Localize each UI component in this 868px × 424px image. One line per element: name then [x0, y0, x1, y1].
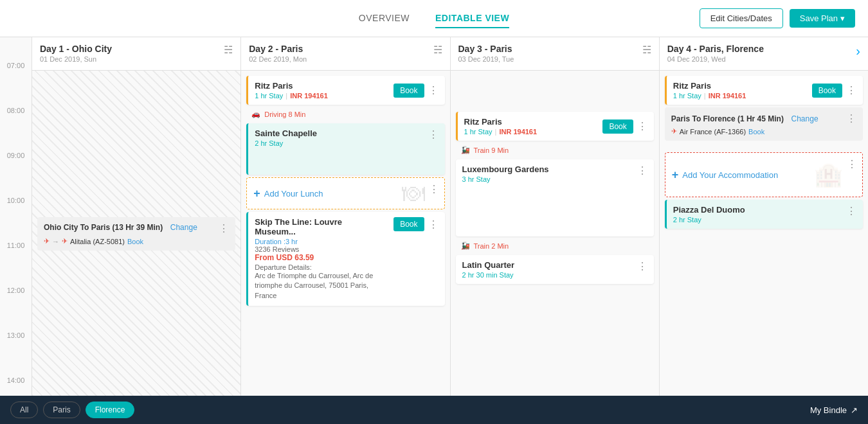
travel-dots-icon[interactable]: ⋮	[219, 222, 229, 234]
time-slot: 09:00	[0, 149, 32, 194]
ritz-title-d2: Ritz Paris	[255, 81, 328, 91]
flight-dots-icon[interactable]: ⋮	[846, 112, 856, 125]
latin-stay: 2 hr 30 min Stay	[462, 271, 515, 279]
louvre-dots-icon[interactable]: ⋮	[428, 218, 439, 231]
add-lunch-dots-icon[interactable]: ⋮	[429, 183, 439, 195]
paris-florence-card: Paris To Florence (1 Hr 45 Min) Change ⋮…	[665, 107, 863, 141]
filter-paris-button[interactable]: Paris	[43, 402, 80, 418]
sainte-title: Sainte Chapelle	[255, 128, 317, 138]
piazza-stay: 2 hr Stay	[673, 216, 745, 224]
piazza-card: Piazza Del Duomo 2 hr Stay ⋮	[665, 200, 863, 229]
piazza-dots-icon[interactable]: ⋮	[846, 205, 856, 217]
filter-florence-button[interactable]: Florence	[86, 402, 135, 418]
louvre-reviews: 3236 Reviews	[255, 245, 380, 253]
louvre-duration: Duration :3 hr	[255, 238, 380, 245]
add-accommodation-card[interactable]: + Add Your Accommodation 🏨 ⋮	[665, 152, 863, 197]
city-filters: All Paris Florence	[10, 402, 134, 418]
sainte-stay: 2 hr Stay	[255, 139, 317, 147]
header-actions: Edit Cities/Dates Save Plan ▾	[700, 8, 855, 28]
driving-connector-d2: 🚗 Driving 8 Min	[246, 107, 444, 121]
luxembourg-dots-icon[interactable]: ⋮	[637, 164, 647, 177]
ritz-book-button-d4[interactable]: Book	[812, 84, 842, 98]
ritz-title-d4: Ritz Paris	[673, 81, 746, 91]
train-connector-d3-2: 🚂 Train 2 Min	[456, 239, 654, 252]
car-icon: 🚗	[251, 110, 260, 118]
train-connector-d3-1: 🚂 Train 9 Min	[456, 143, 654, 157]
filter-all-button[interactable]: All	[10, 402, 38, 418]
flight-detail: ✈ Air France (AF-1366) Book	[671, 127, 856, 136]
flight-plane-icon: ✈	[671, 127, 677, 136]
train-icon-1: 🚂	[461, 146, 470, 154]
louvre-title: Skip The Line: Louvre Museum...	[255, 217, 380, 236]
day-2-title: Day 2 - Paris	[249, 44, 307, 54]
day-4-date: 04 Dec 2019, Wed	[667, 55, 764, 63]
day-4-column: Day 4 - Paris, Florence 04 Dec 2019, Wed…	[660, 37, 868, 396]
time-slot: 08:00	[0, 104, 32, 149]
add-lunch-card[interactable]: + Add Your Lunch 🍽 ⋮	[246, 177, 444, 209]
time-slot: 07:00	[0, 59, 32, 104]
day-1-title: Day 1 - Ohio City	[40, 44, 112, 54]
change-link[interactable]: Change	[170, 223, 197, 232]
flight-book-link[interactable]: Book	[748, 128, 764, 136]
day-2-copy-icon[interactable]: ☵	[433, 44, 442, 56]
travel-title: Ohio City To Paris (13 Hr 39 Min)	[44, 223, 163, 232]
day-1-copy-icon[interactable]: ☵	[224, 44, 233, 56]
add-lunch-label: Add Your Lunch	[264, 189, 323, 199]
day-3-date: 03 Dec 2019, Tue	[458, 55, 514, 63]
day-1-travel-card: Ohio City To Paris (13 Hr 39 Min) Change…	[37, 217, 235, 251]
ritz-dots-icon-d4[interactable]: ⋮	[846, 84, 856, 96]
save-plan-button[interactable]: Save Plan ▾	[790, 9, 855, 28]
louvre-price: From USD 63.59	[255, 253, 380, 262]
chevron-down-icon: ▾	[840, 13, 845, 23]
edit-cities-dates-button[interactable]: Edit Cities/Dates	[700, 8, 783, 28]
flight-change-link[interactable]: Change	[791, 114, 818, 123]
sainte-dots-icon[interactable]: ⋮	[428, 128, 439, 141]
day-2-date: 02 Dec 2019, Mon	[249, 55, 307, 63]
latin-dots-icon[interactable]: ⋮	[637, 260, 647, 272]
nav-tabs: OVERVIEW EDITABLE VIEW	[359, 9, 509, 28]
latin-title: Latin Quarter	[462, 260, 515, 270]
time-slot: 12:00	[0, 284, 32, 329]
ritz-detail-d2: 1 hr Stay | INR 194161	[255, 92, 328, 100]
train-icon-2: 🚂	[461, 242, 470, 250]
louvre-book-button[interactable]: Book	[393, 217, 424, 231]
lunch-bg-icon: 🍽	[402, 180, 425, 207]
luxembourg-stay: 3 hr Stay	[462, 175, 549, 183]
day-1-column: Day 1 - Ohio City 01 Dec 2019, Sun ☵ Ohi…	[32, 37, 241, 396]
plus-accommodation-icon: +	[672, 168, 679, 182]
ritz-book-button-d2[interactable]: Book	[393, 84, 424, 98]
day-2-body: Ritz Paris 1 hr Stay | INR 194161 Book ⋮	[241, 71, 449, 396]
tab-editable-view[interactable]: EDITABLE VIEW	[435, 9, 509, 28]
latin-quarter-card: Latin Quarter 2 hr 30 min Stay ⋮	[456, 255, 654, 284]
my-bindle[interactable]: My Bindle ↗	[810, 405, 858, 415]
plane-icon: ✈	[44, 237, 50, 245]
flight-title: Paris To Florence (1 Hr 45 Min)	[671, 114, 784, 123]
day-1-body: Ohio City To Paris (13 Hr 39 Min) Change…	[32, 71, 240, 396]
external-link-icon: ↗	[851, 405, 858, 415]
ritz-dots-icon-d3[interactable]: ⋮	[637, 120, 647, 132]
day-3-header: Day 3 - Paris 03 Dec 2019, Tue ☵	[451, 37, 659, 71]
day-1-date: 01 Dec 2019, Sun	[40, 55, 112, 63]
louvre-card: Skip The Line: Louvre Museum... Duration…	[246, 212, 444, 306]
day-2-column: Day 2 - Paris 02 Dec 2019, Mon ☵ Ritz Pa…	[241, 37, 450, 396]
ritz-book-button-d3[interactable]: Book	[602, 119, 633, 134]
day-4-ritz-card: Ritz Paris 1 hr Stay | INR 194161 Book ⋮	[665, 76, 863, 105]
tab-overview[interactable]: OVERVIEW	[359, 9, 410, 28]
main-content: 07:00 08:00 09:00 10:00 11:00 12:00 13:0…	[0, 37, 868, 396]
time-slot: 11:00	[0, 239, 32, 284]
accommodation-bg-icon: 🏨	[814, 161, 843, 188]
add-accom-dots-icon[interactable]: ⋮	[847, 158, 857, 170]
plane2-icon: ✈	[62, 237, 68, 245]
day-3-column: Day 3 - Paris 03 Dec 2019, Tue ☵ Ritz Pa…	[451, 37, 660, 396]
time-slot: 13:00	[0, 329, 32, 374]
day-3-copy-icon[interactable]: ☵	[642, 44, 651, 56]
piazza-title: Piazza Del Duomo	[673, 205, 745, 215]
add-accommodation-label: Add Your Accommodation	[682, 170, 778, 180]
ritz-dots-icon-d2[interactable]: ⋮	[428, 84, 439, 96]
book-travel-link[interactable]: Book	[127, 238, 143, 245]
ritz-detail-d3: 1 hr Stay | INR 194161	[464, 128, 538, 136]
day-4-next-icon[interactable]: ›	[856, 44, 860, 58]
time-column: 07:00 08:00 09:00 10:00 11:00 12:00 13:0…	[0, 37, 32, 396]
day-3-ritz-card: Ritz Paris 1 hr Stay | INR 194161 Book ⋮	[456, 112, 654, 141]
ritz-detail-d4: 1 hr Stay | INR 194161	[673, 92, 746, 100]
